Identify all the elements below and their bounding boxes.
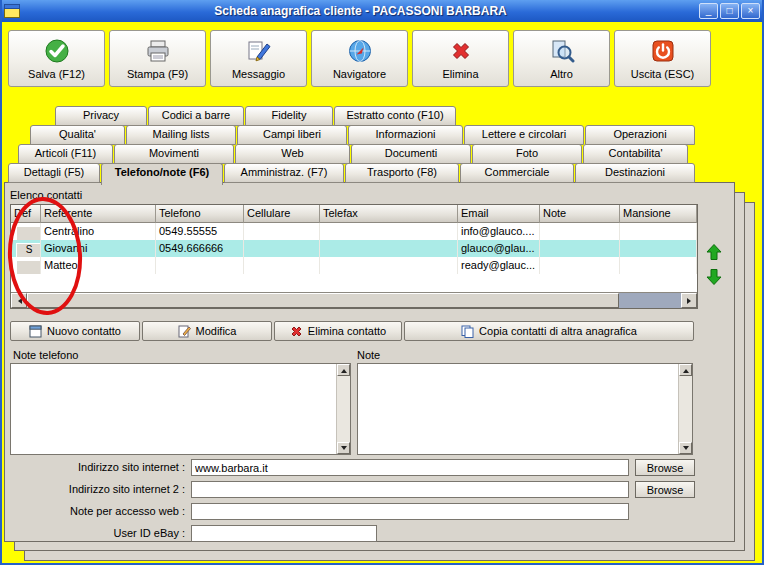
column-header-cellulare[interactable]: Cellulare <box>244 205 320 223</box>
contacts-section-label: Elenco contatti <box>10 189 82 201</box>
scroll-up-icon <box>683 366 689 373</box>
scroll-up-button[interactable] <box>337 364 350 376</box>
scroll-right-button[interactable] <box>681 293 697 308</box>
delete-x-icon <box>447 38 474 65</box>
website-input[interactable] <box>191 459 629 476</box>
toolbar: Salva (F12) Stampa (F9) Messaggio Naviga… <box>8 30 711 87</box>
tab-lettere-e-circolari[interactable]: Lettere e circolari <box>464 125 584 145</box>
copy-contacts-button[interactable]: Copia contatti di altra anagrafica <box>404 321 694 341</box>
cell-note <box>540 223 620 240</box>
cell-telefono <box>156 257 244 274</box>
tab-documenti[interactable]: Documenti <box>351 144 471 164</box>
exit-button-label: Uscita (ESC) <box>631 68 695 80</box>
tab-campi-liberi[interactable]: Campi liberi <box>237 125 347 145</box>
web-access-notes-label: Note per accesso web : <box>5 503 185 520</box>
new-contact-label: Nuovo contatto <box>47 325 121 337</box>
cell-cellulare <box>244 240 320 257</box>
edit-contact-button[interactable]: Modifica <box>142 321 272 341</box>
tab-telefono-note[interactable]: Telefono/note (F6) <box>101 163 223 185</box>
cell-cellulare <box>244 223 320 240</box>
contact-row[interactable]: Matteo ready@glauc... <box>11 257 697 274</box>
note-textarea[interactable] <box>358 364 678 454</box>
tab-row-1: Privacy Codici a barre Fidelity Estratto… <box>55 106 457 126</box>
contact-row-selected[interactable]: S Giovanni 0549.666666 glauco@glau... <box>11 240 697 257</box>
move-up-button[interactable] <box>705 243 723 261</box>
scroll-right-icon <box>687 298 694 304</box>
tab-commerciale[interactable]: Commerciale <box>460 163 574 183</box>
tab-mailing-lists[interactable]: Mailing lists <box>126 125 236 145</box>
tab-movimenti[interactable]: Movimenti <box>114 144 234 164</box>
move-down-button[interactable] <box>705 268 723 286</box>
tab-articoli[interactable]: Articoli (F11) <box>18 144 113 164</box>
scroll-track[interactable] <box>619 293 681 308</box>
tab-informazioni[interactable]: Informazioni <box>348 125 463 145</box>
scroll-left-button[interactable] <box>11 293 27 308</box>
copy-icon <box>461 325 474 338</box>
cell-referente: Centralino <box>41 223 156 240</box>
column-header-telefax[interactable]: Telefax <box>320 205 458 223</box>
maximize-button[interactable]: □ <box>720 3 739 19</box>
tab-operazioni[interactable]: Operazioni <box>585 125 695 145</box>
scroll-down-button[interactable] <box>679 442 692 454</box>
delete-contact-button[interactable]: Elimina contatto <box>274 321 402 341</box>
column-header-email[interactable]: Email <box>458 205 540 223</box>
new-contact-button[interactable]: Nuovo contatto <box>10 321 140 341</box>
website2-browse-button[interactable]: Browse <box>635 481 695 498</box>
scroll-up-button[interactable] <box>679 364 692 376</box>
tab-estratto-conto[interactable]: Estratto conto (F10) <box>334 106 456 126</box>
tab-fidelity[interactable]: Fidelity <box>245 106 333 126</box>
column-header-mansione[interactable]: Mansione <box>620 205 697 223</box>
tab-row-3: Articoli (F11) Movimenti Web Documenti F… <box>18 144 689 164</box>
minimize-button[interactable]: _ <box>699 3 718 19</box>
column-header-referente[interactable]: Referente <box>41 205 156 223</box>
titlebar[interactable]: Scheda anagrafica cliente - PACASSONI BA… <box>0 0 764 22</box>
scroll-thumb[interactable] <box>27 293 619 308</box>
tab-contabilita[interactable]: Contabilita' <box>583 144 688 164</box>
edit-icon <box>178 325 191 338</box>
delete-button[interactable]: Elimina <box>412 30 509 87</box>
ebay-user-id-input[interactable] <box>191 525 377 542</box>
save-button[interactable]: Salva (F12) <box>8 30 105 87</box>
note-telefono-textarea[interactable] <box>11 364 336 454</box>
web-access-notes-input[interactable] <box>191 503 629 520</box>
column-header-telefono[interactable]: Telefono <box>156 205 244 223</box>
tab-foto[interactable]: Foto <box>472 144 582 164</box>
message-button-label: Messaggio <box>232 68 285 80</box>
tab-qualita[interactable]: Qualita' <box>30 125 125 145</box>
scroll-down-button[interactable] <box>337 442 350 454</box>
website2-input[interactable] <box>191 481 629 498</box>
tab-destinazioni[interactable]: Destinazioni <box>575 163 695 183</box>
print-button-label: Stampa (F9) <box>127 68 188 80</box>
contacts-table: Def Referente Telefono Cellulare Telefax… <box>10 204 698 309</box>
ebay-user-id-label: User ID eBay : <box>5 525 185 542</box>
table-horizontal-scrollbar[interactable] <box>11 292 697 308</box>
message-button[interactable]: Messaggio <box>210 30 307 87</box>
tab-codici-a-barre[interactable]: Codici a barre <box>148 106 244 126</box>
contact-row[interactable]: Centralino 0549.55555 info@glauco.... <box>11 223 697 240</box>
cell-mansione <box>620 257 697 274</box>
tab-web[interactable]: Web <box>235 144 350 164</box>
note-scrollbar[interactable] <box>678 364 692 454</box>
column-header-def[interactable]: Def <box>11 205 41 223</box>
delete-button-label: Elimina <box>442 68 478 80</box>
tab-amministraz[interactable]: Amministraz. (F7) <box>224 163 344 183</box>
tab-privacy[interactable]: Privacy <box>55 106 147 126</box>
tab-trasporto[interactable]: Trasporto (F8) <box>345 163 459 183</box>
default-flag-cell[interactable] <box>16 226 41 240</box>
exit-button[interactable]: Uscita (ESC) <box>614 30 711 87</box>
cell-telefax <box>320 223 458 240</box>
column-header-note[interactable]: Note <box>540 205 620 223</box>
print-button[interactable]: Stampa (F9) <box>109 30 206 87</box>
navigator-button[interactable]: Navigatore <box>311 30 408 87</box>
scroll-left-icon <box>15 298 22 304</box>
close-button[interactable]: × <box>741 3 760 19</box>
power-icon <box>649 38 676 65</box>
contacts-table-header: Def Referente Telefono Cellulare Telefax… <box>11 205 697 223</box>
default-flag-cell[interactable]: S <box>16 243 41 257</box>
website-browse-button[interactable]: Browse <box>635 459 695 476</box>
note-telefono-scrollbar[interactable] <box>336 364 350 454</box>
tab-dettagli[interactable]: Dettagli (F5) <box>8 163 100 183</box>
more-button[interactable]: Altro <box>513 30 610 87</box>
default-flag-cell[interactable] <box>16 260 41 274</box>
new-contact-icon <box>29 325 42 338</box>
